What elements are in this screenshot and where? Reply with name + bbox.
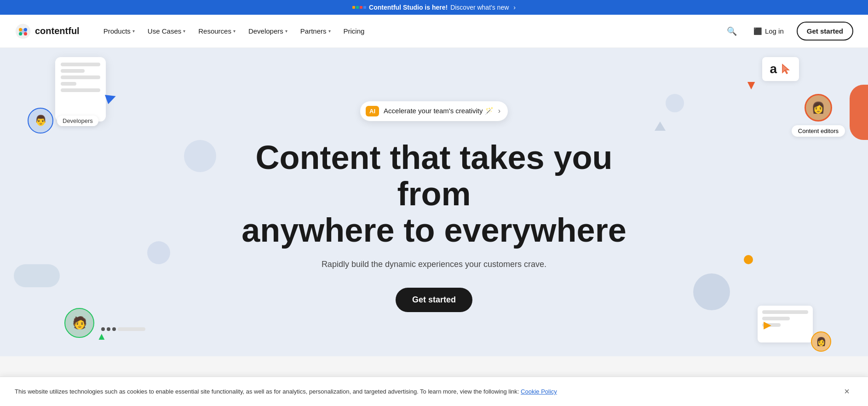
nav-actions: 🔍 ⬛ Log in Get started [723,22,853,41]
hero-section: ▶ 👨 Developers a ▼ 👩 Content editors [0,48,868,356]
yellow-arrow-decoration: ▶ [764,319,771,331]
login-button[interactable]: ⬛ Log in [748,23,789,39]
chevron-down-icon: ▾ [183,29,185,34]
decorative-circle-3 [666,94,684,112]
banner-arrow: › [513,4,516,11]
logo-text: contentful [35,26,80,36]
hero-title-line2: anywhere to everywhere [241,212,626,249]
logo-icon [15,23,31,40]
banner-bold-text: Contentful Studio is here! [369,4,448,11]
svg-point-2 [24,28,27,31]
nav-links: Products ▾ Use Cases ▾ Resources ▾ Devel… [98,23,723,39]
ai-pill[interactable]: AI Accelerate your team's creativity 🪄 › [360,101,508,121]
decorative-circle-1 [147,241,170,264]
login-icon: ⬛ [753,27,762,35]
svg-point-1 [19,28,22,31]
chevron-down-icon: ▾ [285,29,287,34]
svg-point-4 [24,32,27,35]
chevron-down-icon: ▾ [233,29,236,34]
svg-marker-5 [782,64,789,74]
typography-card-decoration: a [762,57,799,81]
developer-avatar-circle: 👨 [28,108,53,133]
ai-pill-arrow: › [498,107,500,115]
content-editors-label: Content editors [792,125,845,137]
decorative-triangle [655,122,666,131]
bottom-left-avatar-decoration: 🧑 [64,308,94,338]
chevron-down-icon: ▾ [328,29,331,34]
search-icon: 🔍 [727,27,737,36]
top-banner[interactable]: Contentful Studio is here! Discover what… [0,0,868,15]
orange-arrow-decoration: ▼ [745,78,758,93]
svg-point-3 [19,32,22,35]
svg-marker-6 [782,64,789,74]
phone-card-decoration [55,57,106,122]
cursor-icon [781,64,792,75]
decorative-semi [693,273,730,310]
nav-item-use-cases[interactable]: Use Cases ▾ [142,23,191,39]
nav-item-pricing[interactable]: Pricing [338,23,370,39]
nav-item-developers[interactable]: Developers ▾ [243,23,293,39]
developer-avatar-decoration: 👨 Developers [28,108,98,133]
content-editors-decoration: 👩 Content editors [792,94,845,137]
hero-title: Content that takes you from anywhere to … [227,139,641,249]
bottom-right-card-decoration [758,306,813,342]
login-label: Log in [765,27,784,35]
bottom-bar-decoration [101,327,145,331]
editor-avatar-circle: 👩 [805,94,832,122]
navbar: contentful Products ▾ Use Cases ▾ Resour… [0,15,868,48]
hero-title-line1: Content that takes you from [255,139,612,212]
blue-arrow-decoration: ▶ [103,88,118,106]
decorative-blob [14,264,60,287]
decorative-circle-2 [184,140,216,172]
ai-badge: AI [366,106,379,116]
search-button[interactable]: 🔍 [723,23,741,40]
logo-link[interactable]: contentful [15,23,80,40]
yellow-dot-decoration [744,255,753,264]
hero-cta-button[interactable]: Get started [396,288,472,312]
banner-link-text: Discover what's new [450,4,509,11]
get-started-nav-button[interactable]: Get started [797,22,853,41]
chevron-down-icon: ▾ [132,29,135,34]
studio-icon [352,6,366,9]
br-avatar-sm: 👩 [811,331,831,352]
developer-label: Developers [57,116,98,126]
orange-blob-decoration [850,85,868,140]
cookie-banner: This website utilizes technologies such … [0,377,868,384]
green-arrow-decoration: ▲ [97,331,107,342]
ai-pill-text: Accelerate your team's creativity 🪄 [384,107,494,115]
nav-item-products[interactable]: Products ▾ [98,23,140,39]
bl-avatar-circle: 🧑 [64,308,94,338]
hero-subtitle: Rapidly build the dynamic experiences yo… [322,260,546,269]
nav-item-resources[interactable]: Resources ▾ [193,23,241,39]
nav-item-partners[interactable]: Partners ▾ [295,23,336,39]
